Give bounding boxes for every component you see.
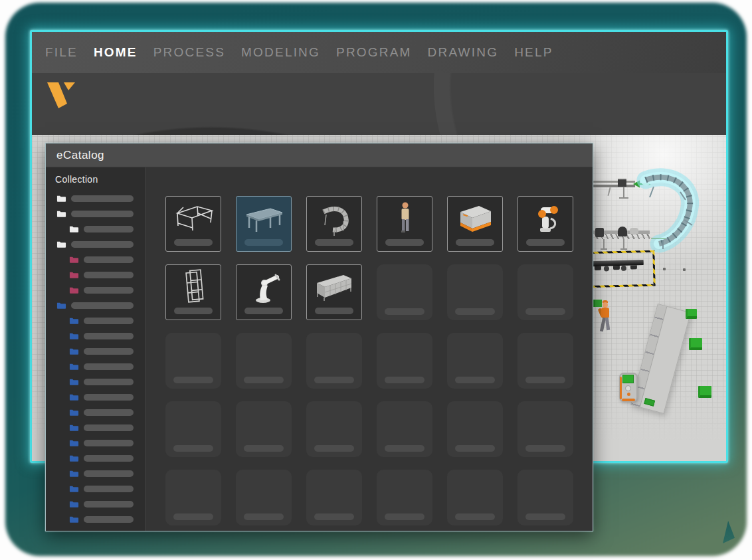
tree-item-label-pill [71,195,134,202]
item-label-pill [525,513,565,520]
folder-icon [56,240,66,248]
collection-tree-item[interactable] [46,512,145,527]
tree-item-label-pill [84,516,134,523]
catalog-item-curved-conveyor[interactable] [306,196,362,252]
folder-icon [69,484,79,493]
item-label-pill [314,513,354,520]
collection-tree-item[interactable] [46,389,145,405]
collection-tree-item[interactable] [46,359,145,374]
collection-tree-item[interactable] [46,267,145,282]
collection-tree-item[interactable] [46,221,145,236]
menu-item-help[interactable]: HELP [514,45,553,60]
green-box[interactable] [686,309,697,319]
item-label-pill [385,239,424,246]
folder-icon [69,393,79,401]
item-label-pill [456,239,494,246]
menu-item-modeling[interactable]: MODELING [241,45,320,60]
catalog-item-frame-conveyor-stand[interactable] [165,196,221,252]
ribbon-band [32,73,726,135]
collection-tree [46,191,145,527]
agv-mobile-robot[interactable] [619,373,638,402]
item-label-pill [525,445,565,452]
collection-tree-item[interactable] [46,328,145,343]
collection-tree-item[interactable] [46,466,145,481]
folder-icon [69,331,79,340]
green-box[interactable] [698,386,711,398]
collection-tree-item[interactable] [46,435,145,450]
item-label-pill [173,445,213,452]
tree-item-label-pill [84,486,134,492]
stage: FILE HOME PROCESS MODELING PROGRAM DRAWI… [0,0,752,560]
catalog-placeholder-card [306,333,362,389]
menu-item-program[interactable]: PROGRAM [336,45,412,60]
catalog-placeholder-card [377,264,432,320]
tall-rack[interactable] [630,304,691,414]
catalog-item-human-worker[interactable] [377,196,432,252]
item-label-pill [385,377,424,383]
collection-tree-item[interactable] [46,420,145,435]
collection-tree-item[interactable] [46,252,145,267]
catalog-placeholder-card [447,401,503,457]
catalog-item-machine-unit[interactable] [447,196,503,252]
item-label-pill [455,445,495,452]
collection-tree-item[interactable] [46,191,145,206]
item-label-pill [385,308,424,315]
catalog-item-rack-frame[interactable] [165,264,221,320]
catalog-placeholder-card [377,333,432,389]
catalog-item-belt-conveyor-table[interactable] [236,196,292,252]
green-box[interactable] [689,338,702,350]
item-label-pill [315,308,353,314]
catalog-placeholder-card [306,470,362,525]
item-label-pill [173,377,213,383]
item-label-pill [455,377,495,383]
tree-item-label-pill [71,302,134,309]
tree-item-label-pill [84,455,134,462]
collection-tree-item[interactable] [46,374,145,389]
folder-icon [69,423,79,432]
catalog-placeholder-card [517,333,573,389]
tree-item-label-pill [84,363,134,370]
scene-marker [663,268,666,270]
tree-item-label-pill [84,287,134,294]
ecatalog-panel: eCatalog Collection [45,143,593,531]
collection-tree-item[interactable] [46,481,145,496]
catalog-placeholder-card [236,470,292,525]
catalog-placeholder-card [447,470,503,525]
tree-item-label-pill [84,348,134,355]
collection-tree-item[interactable] [46,282,145,298]
folder-icon [56,301,66,310]
catalog-item-shelf-rack[interactable] [306,264,362,320]
ecatalog-panel-titlebar[interactable]: eCatalog [46,143,593,167]
menu-item-drawing[interactable]: DRAWING [428,45,499,60]
menu-item-process[interactable]: PROCESS [153,45,225,60]
menu-item-file[interactable]: FILE [45,45,78,60]
folder-icon [69,438,79,447]
folder-icon [69,347,79,355]
item-label-pill [174,239,213,246]
collection-tree-item[interactable] [46,450,145,466]
collection-tree-item[interactable] [46,496,145,512]
catalog-item-robot-arm[interactable] [236,264,292,320]
rack-frame-thumbnail [168,267,220,308]
collection-tree-item[interactable] [46,236,145,252]
collection-header: Collection [46,167,145,191]
machine-unit-thumbnail [450,199,502,240]
tree-item-label-pill [71,241,134,248]
collection-tree-item[interactable] [46,298,145,313]
frame-conveyor-stand-thumbnail [168,199,220,240]
worker-carrying-box[interactable] [593,296,616,337]
item-label-pill [455,513,495,520]
tree-item-label-pill [84,394,134,401]
catalog-placeholder-card [236,333,292,389]
menu-item-home[interactable]: HOME [94,45,138,60]
collection-tree-item[interactable] [46,313,145,328]
catalog-placeholder-card [447,333,503,389]
collection-tree-item[interactable] [46,343,145,359]
human-worker-thumbnail [379,199,431,240]
catalog-placeholder-card [165,401,221,457]
collection-tree-item[interactable] [46,405,145,420]
folder-icon [69,316,79,325]
catalog-item-collaborative-robot[interactable] [517,196,573,252]
collection-tree-item[interactable] [46,206,145,221]
item-label-pill [244,239,283,246]
